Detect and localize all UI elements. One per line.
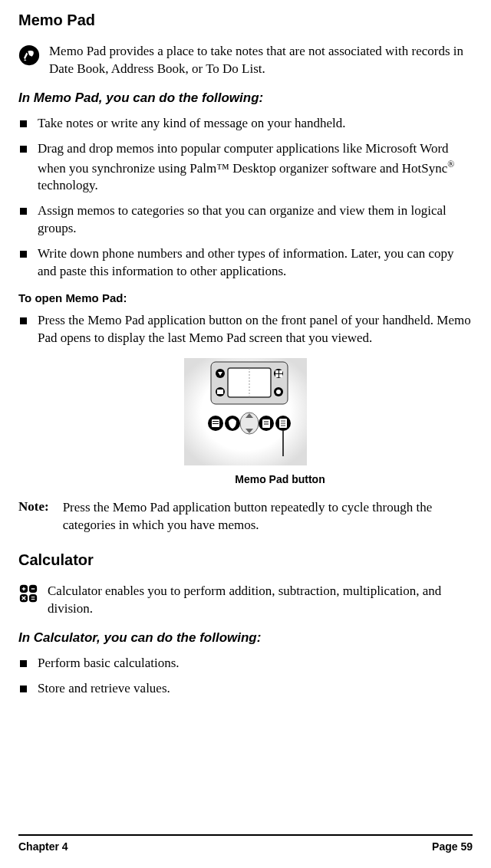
registered-symbol: ® [447, 159, 454, 169]
note-label: Note: [18, 499, 49, 534]
svg-rect-11 [275, 374, 278, 377]
subheading-calculator-capabilities: In Calculator, you can do the following: [18, 630, 473, 646]
memo-pad-button-caption: Memo Pad button [166, 473, 325, 485]
page-footer: Chapter 4 Page 59 [18, 834, 473, 853]
text-segment: Desktop organizer software and HotSync [229, 160, 447, 175]
bullet-text: Store and retrieve values. [38, 680, 170, 698]
subheading-memo-capabilities: In Memo Pad, you can do the following: [18, 90, 473, 106]
memo-pad-bullets: Take notes or write any kind of message … [18, 115, 473, 281]
heading-calculator: Calculator [18, 551, 473, 569]
writing-hand-icon [18, 44, 40, 66]
calculator-icon [18, 584, 38, 603]
svg-rect-19 [213, 423, 219, 424]
footer-page-number: Page 59 [432, 840, 473, 853]
list-item: Drag and drop memos into popular compute… [18, 140, 473, 195]
bullet-icon [20, 120, 27, 127]
bullet-icon [20, 686, 27, 692]
open-memopad-bullets: Press the Memo Pad application button on… [18, 312, 473, 347]
svg-rect-12 [279, 374, 282, 377]
bullet-icon [20, 146, 27, 153]
bullet-text: Write down phone numbers and other types… [38, 245, 473, 281]
bullet-text: Take notes or write any kind of message … [38, 115, 346, 133]
bullet-text: Drag and drop memos into popular compute… [38, 140, 473, 195]
bullet-text: Assign memos to categories so that you c… [38, 202, 473, 238]
memo-pad-intro-text: Memo Pad provides a place to take notes … [49, 43, 473, 78]
bullet-text: Press the Memo Pad application button on… [38, 312, 473, 347]
svg-rect-9 [275, 370, 278, 373]
bullet-icon [20, 660, 27, 667]
list-item: Press the Memo Pad application button on… [18, 312, 473, 347]
note-body: Press the Memo Pad application button re… [63, 499, 473, 534]
svg-point-14 [276, 390, 281, 394]
bullet-icon [20, 317, 27, 324]
list-item: Perform basic calculations. [18, 655, 473, 672]
device-illustration-wrap [18, 358, 473, 465]
list-item: Assign memos to categories so that you c… [18, 202, 473, 238]
trademark-symbol: ™ [216, 160, 229, 175]
svg-rect-34 [29, 594, 37, 602]
list-item: Write down phone numbers and other types… [18, 245, 473, 281]
svg-rect-7 [217, 390, 223, 394]
list-item: Take notes or write any kind of message … [18, 115, 473, 133]
memo-pad-intro-row: Memo Pad provides a place to take notes … [18, 43, 473, 78]
bullet-text: Perform basic calculations. [38, 655, 180, 672]
text-segment: technology. [38, 178, 98, 192]
list-item: Store and retrieve values. [18, 680, 473, 698]
handheld-device-illustration [169, 358, 322, 465]
svg-rect-10 [279, 370, 282, 373]
caption-row: Memo Pad button [18, 473, 473, 485]
calculator-bullets: Perform basic calculations. Store and re… [18, 655, 473, 698]
calculator-intro-row: Calculator enables you to perform additi… [18, 583, 473, 618]
subheading-open-memopad: To open Memo Pad: [18, 291, 473, 304]
note-row: Note: Press the Memo Pad application but… [18, 499, 473, 534]
calculator-intro-text: Calculator enables you to perform additi… [48, 583, 473, 618]
bullet-icon [20, 208, 27, 215]
bullet-icon [20, 251, 27, 258]
footer-chapter: Chapter 4 [18, 840, 68, 853]
svg-rect-18 [213, 421, 219, 422]
heading-memo-pad: Memo Pad [18, 12, 473, 29]
